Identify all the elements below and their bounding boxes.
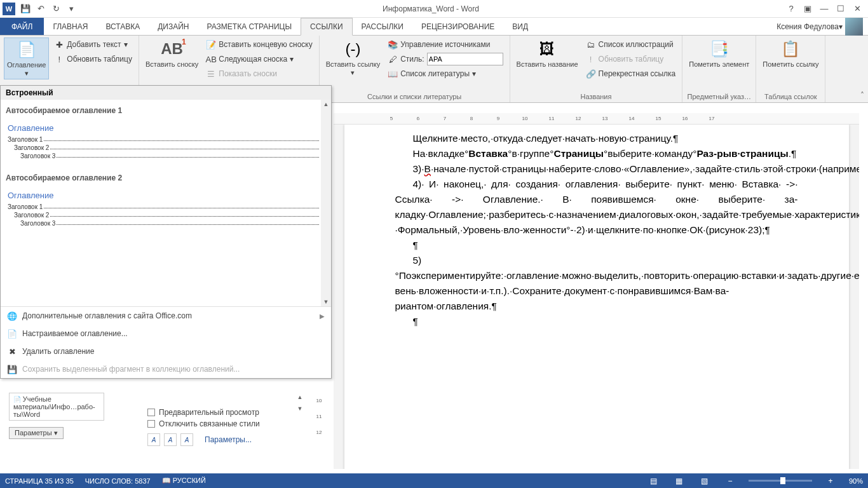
style-btn-2[interactable]: A [164, 433, 177, 446]
update-icon: ! [54, 54, 64, 64]
insert-endnote-button[interactable]: 📝Вставить концевую сноску [203, 37, 315, 51]
save-icon[interactable]: 💾 [18, 1, 33, 17]
manage-sources-button[interactable]: 📚Управление источниками [385, 37, 505, 51]
zoom-value[interactable]: 90% [849, 477, 863, 485]
tab-review[interactable]: РЕЦЕНЗИРОВАНИЕ [412, 18, 503, 35]
doc-line[interactable]: ¶ [395, 314, 798, 329]
insert-footnote-button[interactable]: AB1 Вставить сноску [143, 37, 201, 70]
document-title: Информатика_Word - Word [79, 4, 783, 13]
next-footnote-button[interactable]: ABСледующая сноска ▾ [203, 52, 315, 66]
status-page[interactable]: СТРАНИЦА 35 ИЗ 35 [5, 477, 74, 485]
doc-line[interactable]: Щелкните·место,·откуда·следует·начать·но… [395, 131, 798, 146]
scroll-up-icon[interactable]: ▲ [323, 100, 329, 109]
web-layout-icon[interactable]: ▧ [698, 475, 712, 487]
redo-icon[interactable]: ↻ [48, 1, 64, 17]
add-text-icon: ✚ [54, 39, 64, 50]
insert-citation-button[interactable]: (-) Вставить ссылку▾ [323, 37, 383, 78]
styles-scrollbar[interactable]: ▲▼ [294, 393, 306, 413]
scroll-down-icon[interactable]: ▼ [323, 297, 329, 306]
tab-home[interactable]: ГЛАВНАЯ [44, 18, 97, 35]
group-citations-label: Ссылки и списки литературы [323, 92, 506, 102]
collapse-ribbon-icon[interactable]: ˄ [857, 36, 868, 102]
doc-line[interactable]: 3)·В·начале·пустой·страницы·наберите·сло… [395, 161, 798, 177]
minimize-icon[interactable]: — [816, 1, 832, 17]
print-layout-icon[interactable]: ▦ [672, 475, 686, 487]
document-area[interactable]: Щелкните·место,·откуда·следует·начать·но… [334, 125, 859, 469]
table-of-figures-button[interactable]: 🗂Список иллюстраций [583, 37, 679, 51]
show-footnotes-icon: ☰ [206, 69, 216, 79]
insert-caption-button[interactable]: 🖼 Вставить название [514, 37, 581, 70]
ribbon-options-icon[interactable]: ▣ [799, 1, 816, 17]
app-icon: W [3, 3, 15, 15]
citation-style-row[interactable]: 🖊Стиль: [385, 52, 505, 66]
tab-design[interactable]: ДИЗАЙН [149, 18, 198, 35]
cross-reference-button[interactable]: 🔗Перекрестная ссылка [583, 67, 679, 81]
caption-icon: 🖼 [537, 39, 557, 59]
mark-index-entry-button[interactable]: 📑 Пометить элемент [686, 37, 752, 70]
tab-view[interactable]: ВИД [503, 18, 537, 35]
bibliography-button[interactable]: 📖Список литературы ▾ [385, 67, 505, 81]
mark-citation-button[interactable]: 📋 Пометить ссылку [760, 37, 821, 70]
toc-dropdown-panel: Встроенный Автособираемое оглавление 1 О… [0, 85, 332, 379]
toc-button[interactable]: 📄 Оглавление▾ [4, 37, 49, 79]
horizontal-ruler[interactable]: 567891011121314151617 [334, 113, 859, 125]
update-toc-button[interactable]: !Обновить таблицу [51, 52, 135, 66]
avatar [845, 18, 863, 36]
doc-line[interactable]: На·вкладке°Вставка°в·группе°Страницы°выб… [395, 146, 798, 161]
help-icon[interactable]: ? [783, 1, 799, 17]
zoom-slider[interactable] [749, 480, 812, 482]
doc-line[interactable]: ¶ [395, 238, 798, 253]
more-toc-office[interactable]: 🌐Дополнительные оглавления с сайта Offic… [1, 307, 331, 325]
read-mode-icon[interactable]: ▤ [647, 475, 661, 487]
page[interactable]: Щелкните·место,·откуда·следует·начать·но… [344, 125, 849, 469]
toc-preset-2[interactable]: Оглавление Заголовок 11 Заголовок 21 Заг… [3, 186, 329, 232]
user-name[interactable]: Ксения Федулова ▾ [771, 18, 868, 35]
toc-preset-1[interactable]: Оглавление Заголовок 11 Заголовок 21 Заг… [3, 119, 329, 165]
citation-icon: (-) [342, 39, 363, 59]
close-icon[interactable]: ✕ [849, 1, 865, 17]
tab-references[interactable]: ССЫЛКИ [301, 18, 352, 36]
office-icon: 🌐 [7, 311, 17, 321]
update-fig-icon: ! [586, 54, 596, 64]
style-btn-1[interactable]: A [147, 433, 160, 446]
style-icon: 🖊 [388, 54, 398, 64]
doc-line[interactable]: 5)°Поэкспериментируйте:·оглавление·можно… [395, 253, 798, 314]
gallery-scrollbar[interactable]: ▲▼ [321, 100, 331, 306]
tab-layout[interactable]: РАЗМЕТКА СТРАНИЦЫ [198, 18, 301, 35]
zoom-in-icon[interactable]: + [824, 475, 837, 487]
update-figures-button: !Обновить таблицу [583, 52, 679, 66]
toc-preset-1-title: Автособираемое оглавление 1 [3, 102, 329, 119]
navigation-item[interactable]: 📄 Учебные материалы\Инфо…рабо-ты\Word [9, 393, 104, 421]
custom-toc-icon: 📄 [7, 329, 17, 339]
parameters-link[interactable]: Параметры... [205, 435, 252, 444]
tab-insert[interactable]: ВСТАВКА [97, 18, 149, 35]
toa-icon: 📋 [780, 39, 801, 59]
save-selection-icon: 💾 [7, 364, 17, 374]
status-lang[interactable]: 📖 РУССКИЙ [162, 477, 206, 485]
parameters-button[interactable]: Параметры ▾ [9, 427, 64, 439]
vertical-ruler: 101112 [313, 393, 325, 440]
qat-dropdown-icon[interactable]: ▾ [64, 1, 79, 17]
figures-icon: 🗂 [586, 39, 596, 50]
group-index-label: Предметный указ… [686, 92, 752, 102]
bibliography-icon: 📖 [388, 69, 398, 79]
crossref-icon: 🔗 [586, 69, 596, 79]
tab-mailings[interactable]: РАССЫЛКИ [353, 18, 412, 35]
toc-preset-2-title: Автособираемое оглавление 2 [3, 170, 329, 186]
disable-linked-checkbox[interactable]: Отключить связанные стили [147, 418, 260, 430]
show-footnotes-button: ☰Показать сноски [203, 67, 315, 81]
undo-icon[interactable]: ↶ [33, 1, 48, 17]
zoom-out-icon[interactable]: − [723, 475, 737, 487]
preview-checkbox[interactable]: Предварительный просмотр [147, 407, 260, 418]
maximize-icon[interactable]: ☐ [832, 1, 849, 17]
citation-style-select[interactable] [427, 53, 503, 65]
custom-toc[interactable]: 📄Настраиваемое оглавление... [1, 325, 331, 342]
style-btn-3[interactable]: A [180, 433, 193, 446]
status-words[interactable]: ЧИСЛО СЛОВ: 5837 [85, 477, 151, 485]
next-footnote-icon: AB [206, 54, 216, 64]
remove-toc[interactable]: ✖Удалить оглавление [1, 342, 331, 360]
add-text-button[interactable]: ✚Добавить текст ▾ [51, 37, 135, 51]
doc-line[interactable]: 4)· И· наконец,· для· создания· оглавлен… [395, 177, 798, 238]
tab-file[interactable]: ФАЙЛ [0, 18, 44, 35]
remove-icon: ✖ [7, 346, 17, 356]
